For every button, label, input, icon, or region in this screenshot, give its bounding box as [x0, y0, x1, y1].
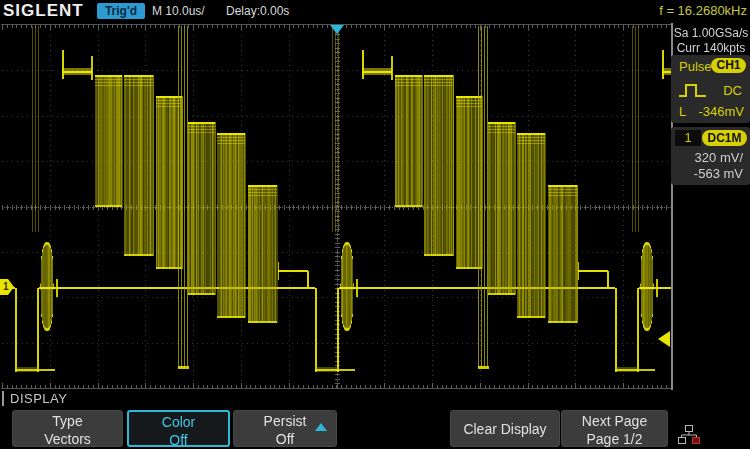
up-arrow-icon — [315, 423, 327, 431]
persist-button[interactable]: Persist Off — [233, 410, 337, 447]
clear-display-button[interactable]: Clear Display — [450, 410, 560, 447]
waveform-display — [0, 0, 674, 392]
type-button-label: Type — [13, 412, 122, 430]
memory-depth-readout: Curr 140kpts — [672, 41, 750, 55]
trigger-source-badge: CH1 — [711, 58, 746, 73]
oscilloscope-screen: SIGLENT Trig'd M 10.0us/ Delay:0.00s f =… — [0, 0, 750, 449]
channel-coupling-badge: DC1M — [702, 130, 747, 146]
persist-button-value: Off — [234, 430, 336, 448]
menu-title: DISPLAY — [10, 391, 67, 406]
next-page-button[interactable]: Next Page Page 1/2 — [561, 410, 668, 447]
sitemap-icon — [677, 424, 701, 446]
color-button-value: Off — [129, 431, 228, 449]
type-button[interactable]: Type Vectors — [12, 410, 123, 447]
trigger-mode-label: Pulse — [679, 59, 712, 74]
channel-info-panel: 1 DC1M 320 mV/ -563 mV — [671, 127, 750, 185]
type-button-value: Vectors — [13, 430, 122, 448]
sample-rate-readout: Sa 1.00GSa/s — [672, 26, 750, 40]
pulse-waveform-icon — [678, 81, 708, 99]
trigger-position-marker-icon — [330, 25, 344, 34]
next-page-button-label: Next Page — [562, 412, 667, 430]
channel-offset-readout: -563 mV — [694, 166, 743, 181]
menu-left-border — [2, 391, 4, 406]
channel-number-box: 1 — [675, 130, 701, 146]
trigger-coupling-label: DC — [723, 83, 742, 98]
trigger-info-panel: Pulse CH1 DC L -346mV — [671, 55, 750, 123]
color-button-label: Color — [129, 413, 228, 431]
color-button[interactable]: Color Off — [127, 410, 230, 447]
trigger-level-label: L — [679, 104, 686, 119]
volts-per-div-readout: 320 mV/ — [695, 150, 743, 165]
next-page-button-value: Page 1/2 — [562, 430, 667, 448]
trigger-level-value: -346mV — [698, 104, 744, 119]
trigger-level-marker-icon — [658, 331, 670, 347]
clear-display-button-label: Clear Display — [451, 412, 559, 446]
